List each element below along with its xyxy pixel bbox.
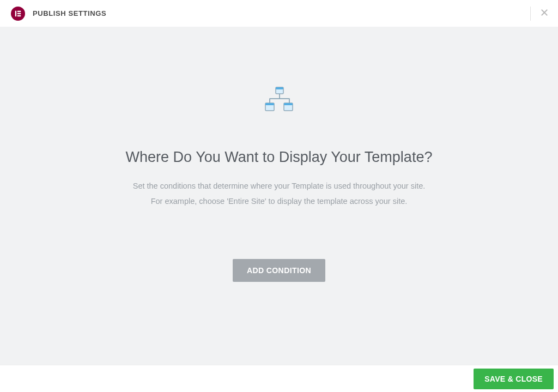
- header-divider: [530, 7, 531, 21]
- main-description: Set the conditions that determine where …: [133, 179, 426, 209]
- close-icon: [539, 8, 549, 20]
- add-condition-button[interactable]: ADD CONDITION: [233, 259, 325, 282]
- desc-line-2: For example, choose 'Entire Site' to dis…: [133, 194, 426, 209]
- svg-rect-7: [276, 87, 283, 89]
- header-bar: PUBLISH SETTINGS: [0, 0, 558, 27]
- svg-rect-3: [17, 15, 21, 16]
- svg-rect-0: [15, 10, 16, 16]
- dialog-title: PUBLISH SETTINGS: [33, 9, 106, 17]
- main-heading: Where Do You Want to Display Your Templa…: [126, 149, 433, 166]
- desc-line-1: Set the conditions that determine where …: [133, 179, 426, 194]
- save-close-button[interactable]: SAVE & CLOSE: [474, 369, 554, 389]
- svg-rect-13: [265, 103, 274, 105]
- sitemap-icon: [264, 87, 294, 116]
- svg-rect-1: [17, 10, 21, 11]
- footer-bar: SAVE & CLOSE: [0, 365, 558, 392]
- svg-rect-15: [284, 103, 293, 105]
- svg-rect-2: [17, 13, 21, 14]
- close-button[interactable]: [538, 8, 550, 20]
- main-content: Where Do You Want to Display Your Templa…: [0, 27, 558, 365]
- elementor-logo-icon: [11, 7, 25, 21]
